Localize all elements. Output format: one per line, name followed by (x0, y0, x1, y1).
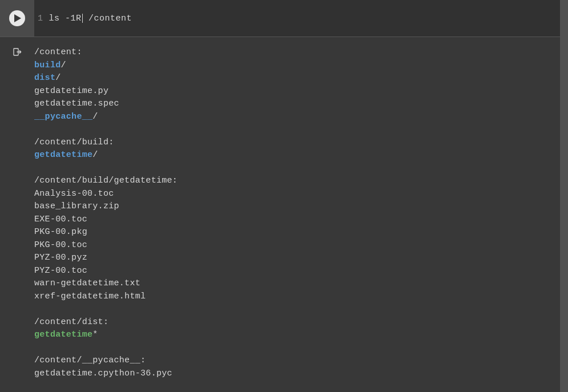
output-text: PYZ-00.toc (34, 266, 87, 276)
output-content: /content:build/dist/getdatetime.pygetdat… (34, 46, 568, 383)
output-line (34, 303, 568, 316)
output-text: /content/dist: (34, 317, 108, 327)
output-text: /content: (34, 47, 82, 57)
output-line: EXE-00.toc (34, 213, 568, 227)
output-text: / (55, 73, 61, 83)
output-text: getdatetime.spec (34, 99, 119, 108)
directory-link: __pycache__ (34, 112, 92, 122)
output-text: / (92, 150, 98, 160)
output-line: getdatetime.cpython-36.pyc (34, 367, 568, 381)
output-text: warn-getdatetime.txt (34, 278, 140, 288)
run-button-gutter (0, 0, 34, 37)
output-line: PYZ-00.pyz (34, 252, 568, 265)
output-line: PKG-00.toc (34, 239, 568, 252)
directory-link: dist (34, 73, 55, 83)
output-line: /content/build/getdatetime: (34, 175, 568, 188)
output-line: dist/ (34, 72, 568, 85)
output-text: / (92, 112, 98, 122)
output-text: PYZ-00.pyz (34, 253, 87, 262)
output-line (34, 342, 568, 355)
output-line: getdatetime* (34, 329, 568, 342)
clear-output-button[interactable] (13, 47, 22, 383)
output-line: PKG-00.pkg (34, 226, 568, 239)
directory-link: getdatetime (34, 150, 92, 160)
cell-output-row: /content:build/dist/getdatetime.pygetdat… (0, 37, 568, 392)
output-text: * (92, 330, 98, 340)
svg-marker-0 (14, 14, 21, 22)
notebook-cell: 1 ls -1R /content /content:build/dist/ge… (0, 0, 568, 392)
output-text: getdatetime.py (34, 86, 108, 96)
output-line: xref-getdatetime.html (34, 290, 568, 304)
output-text: PKG-00.pkg (34, 227, 87, 237)
output-line: base_library.zip (34, 200, 568, 213)
vertical-scrollbar[interactable] (560, 0, 568, 392)
output-line: warn-getdatetime.txt (34, 277, 568, 290)
text-cursor (82, 14, 83, 23)
cell-input-row: 1 ls -1R /content (0, 0, 568, 37)
line-number: 1 (38, 14, 43, 23)
output-line: getdatetime.spec (34, 98, 568, 111)
output-text: PKG-00.toc (34, 240, 87, 250)
play-icon (14, 14, 21, 22)
output-text: getdatetime.cpython-36.pyc (34, 369, 172, 378)
output-text: xref-getdatetime.html (34, 292, 146, 301)
output-text: base_library.zip (34, 201, 119, 211)
executable-link: getdatetime (34, 330, 92, 340)
output-line: getdatetime/ (34, 149, 568, 162)
code-editor[interactable]: 1 ls -1R /content (34, 0, 568, 37)
output-line: /content/dist: (34, 316, 568, 329)
output-line: build/ (34, 59, 568, 72)
output-text: /content/__pycache__: (34, 355, 146, 365)
exit-arrow-icon (13, 47, 22, 56)
output-text: EXE-00.toc (34, 215, 87, 224)
output-line: /content: (34, 46, 568, 59)
output-line (34, 162, 568, 175)
output-text: / (61, 60, 66, 70)
output-line (34, 123, 568, 136)
output-line: /content/build: (34, 136, 568, 149)
code-text: ls -1R /content (49, 14, 132, 23)
output-text: Analysis-00.toc (34, 189, 114, 199)
output-line: getdatetime.py (34, 85, 568, 98)
output-line: __pycache__/ (34, 111, 568, 124)
output-line: /content/__pycache__: (34, 354, 568, 367)
output-gutter (0, 46, 34, 383)
directory-link: build (34, 60, 61, 70)
output-line: PYZ-00.toc (34, 265, 568, 278)
run-cell-button[interactable] (9, 10, 25, 26)
output-text: /content/build: (34, 138, 114, 147)
output-line: Analysis-00.toc (34, 188, 568, 201)
output-text: /content/build/getdatetime: (34, 176, 178, 185)
